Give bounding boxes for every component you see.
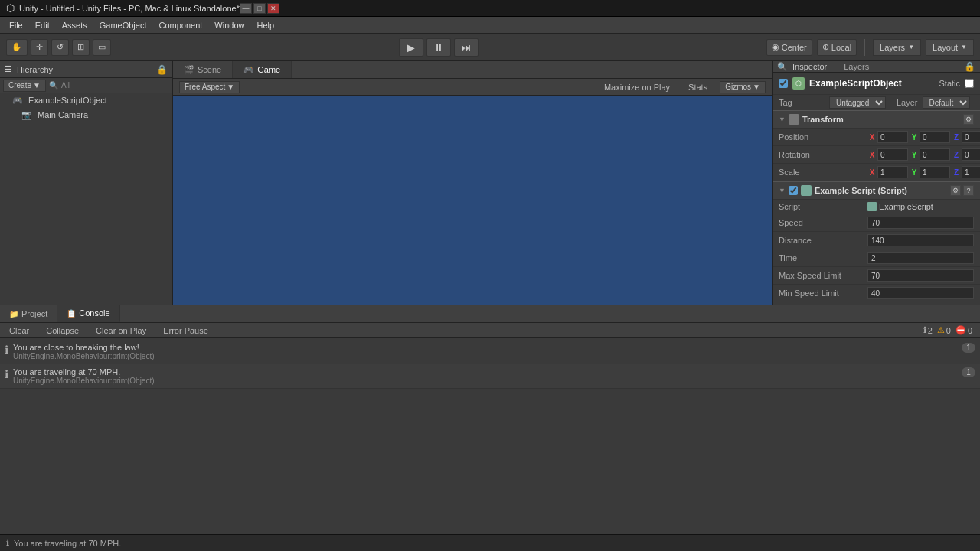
center-local-toggle[interactable]: ◉ Center <box>766 39 812 56</box>
rotation-x-field: X <box>867 148 908 161</box>
entry-0-main: You are close to breaking the law! <box>13 343 957 352</box>
rotation-z-input[interactable] <box>962 148 980 161</box>
pause-button[interactable]: ⏸ <box>426 38 451 57</box>
hierarchy-item-maincamera[interactable]: 📷 Main Camera <box>0 108 172 122</box>
menu-file[interactable]: File <box>3 19 29 31</box>
scale-field: Scale X Y Z <box>773 164 980 181</box>
gizmos-label: Gizmos <box>725 83 751 91</box>
script-settings-icon[interactable]: ⚙ <box>950 185 961 196</box>
entry-0-icon: ℹ <box>5 344 8 356</box>
script-value-0[interactable]: ExampleScript <box>879 202 933 211</box>
menu-bar: File Edit Assets GameObject Component Wi… <box>0 17 980 34</box>
step-button[interactable]: ⏭ <box>454 38 479 57</box>
scale-x-input[interactable] <box>877 166 908 178</box>
position-y-field: Y <box>910 131 950 143</box>
script-file-icon <box>867 202 877 211</box>
warning-count: 0 <box>946 326 951 335</box>
position-x-label: X <box>867 133 877 142</box>
maximize-on-play-btn[interactable]: Maximize on Play <box>598 80 676 94</box>
gizmos-btn[interactable]: Gizmos ▼ <box>720 81 766 93</box>
status-bar: ℹ You are traveling at 70 MPH. <box>0 534 980 551</box>
script-help-icon[interactable]: ? <box>963 185 974 196</box>
rotation-x-input[interactable] <box>877 148 908 161</box>
collapse-button[interactable]: Collapse <box>40 324 85 337</box>
stats-btn[interactable]: Stats <box>682 80 714 94</box>
position-z-field: Z <box>952 131 980 143</box>
transform-settings-icon[interactable]: ⚙ <box>963 114 974 125</box>
scene-tab[interactable]: 🎬 Scene <box>173 61 233 78</box>
transform-component-header[interactable]: ▼ Transform ⚙ <box>773 110 980 129</box>
scale-tool-button[interactable]: ⊞ <box>72 39 90 56</box>
game-tab-icon: 🎮 <box>243 65 254 75</box>
console-entry-0[interactable]: ℹ You are close to breaking the law! Uni… <box>0 340 980 364</box>
position-y-label: Y <box>910 133 919 142</box>
hierarchy-filter-label: All <box>61 81 70 90</box>
maximize-button[interactable]: □ <box>253 3 266 14</box>
menu-help[interactable]: Help <box>250 19 280 31</box>
hierarchy-item-name-0: ExampleScriptObject <box>28 96 107 105</box>
game-tab[interactable]: 🎮 Game <box>233 61 292 78</box>
inspector-lock-icon[interactable]: 🔒 <box>964 61 975 72</box>
scale-y-input[interactable] <box>920 166 950 178</box>
scale-z-input[interactable] <box>962 166 980 178</box>
script-field-label-4: Max Speed Limit <box>779 271 863 280</box>
game-tab-label: Game <box>257 65 280 74</box>
script-field-max-speed: Max Speed Limit <box>773 267 980 285</box>
script-field-script: Script ExampleScript <box>773 200 980 214</box>
menu-component[interactable]: Component <box>152 19 208 31</box>
position-x-input[interactable] <box>877 131 908 143</box>
clear-on-play-button[interactable]: Clear on Play <box>90 324 152 337</box>
transform-expand-icon: ▼ <box>779 116 786 123</box>
hierarchy-create-button[interactable]: Create ▼ <box>3 80 46 92</box>
scale-inputs: X Y Z <box>867 166 980 178</box>
scale-y-label: Y <box>910 168 919 177</box>
script-component-header[interactable]: ▼ Example Script (Script) ⚙ ? <box>773 181 980 200</box>
menu-window[interactable]: Window <box>208 19 250 31</box>
layout-label: Layout <box>933 43 958 52</box>
static-checkbox[interactable] <box>965 79 974 88</box>
object-active-checkbox[interactable] <box>779 79 788 88</box>
error-pause-button[interactable]: Error Pause <box>157 324 214 337</box>
bottom-panel-tabs: 📁 Project 📋 Console <box>0 305 980 323</box>
script-distance-input[interactable] <box>867 234 974 246</box>
script-enabled-checkbox[interactable] <box>789 186 798 195</box>
project-tab[interactable]: 📁 Project <box>0 305 57 322</box>
script-speed-input[interactable] <box>867 217 974 229</box>
script-time-input[interactable] <box>867 252 974 264</box>
layer-select[interactable]: Default <box>923 96 970 109</box>
menu-edit[interactable]: Edit <box>29 19 56 31</box>
position-y-input[interactable] <box>920 131 950 143</box>
layers-dropdown[interactable]: Layers ▼ <box>873 39 921 56</box>
clear-button[interactable]: Clear <box>3 324 35 337</box>
play-button[interactable]: ▶ <box>399 38 423 57</box>
aspect-ratio-dropdown[interactable]: Free Aspect ▼ <box>179 81 240 93</box>
toolbar: ✋ ✛ ↺ ⊞ ▭ ▶ ⏸ ⏭ ◉ Center ⊕ Local Layers … <box>0 34 980 61</box>
local-global-toggle[interactable]: ⊕ Local <box>817 39 857 56</box>
hand-tool-button[interactable]: ✋ <box>6 39 28 56</box>
tag-select[interactable]: Untagged <box>829 96 886 109</box>
object-name[interactable]: ExampleScriptObject <box>809 78 934 89</box>
minimize-button[interactable]: — <box>240 3 252 14</box>
info-icon: ℹ <box>923 325 926 335</box>
hierarchy-lock-icon[interactable]: 🔒 <box>156 64 168 75</box>
script-max-speed-input[interactable] <box>867 269 974 282</box>
hierarchy-item-examplescriptobject[interactable]: 🎮 ExampleScriptObject <box>0 93 172 108</box>
console-entry-1[interactable]: ℹ You are traveling at 70 MPH. UnityEngi… <box>0 364 980 389</box>
close-button[interactable]: ✕ <box>267 3 279 14</box>
script-field-speed: Speed <box>773 214 980 232</box>
rect-tool-button[interactable]: ▭ <box>93 39 111 56</box>
menu-assets[interactable]: Assets <box>56 19 93 31</box>
aspect-chevron-icon: ▼ <box>227 83 234 91</box>
scale-x-field: X <box>867 166 908 178</box>
position-z-input[interactable] <box>962 131 980 143</box>
console-tab[interactable]: 📋 Console <box>57 305 119 322</box>
script-field-distance: Distance <box>773 232 980 249</box>
script-min-speed-input[interactable] <box>867 287 974 299</box>
layout-dropdown[interactable]: Layout ▼ <box>926 39 974 56</box>
entry-1-sub: UnityEngine.MonoBehaviour:print(Object) <box>13 377 957 385</box>
rotate-tool-button[interactable]: ↺ <box>51 39 69 56</box>
menu-gameobject[interactable]: GameObject <box>93 19 153 31</box>
move-tool-button[interactable]: ✛ <box>31 39 48 56</box>
local-label: Local <box>831 43 851 52</box>
rotation-y-input[interactable] <box>920 148 950 161</box>
